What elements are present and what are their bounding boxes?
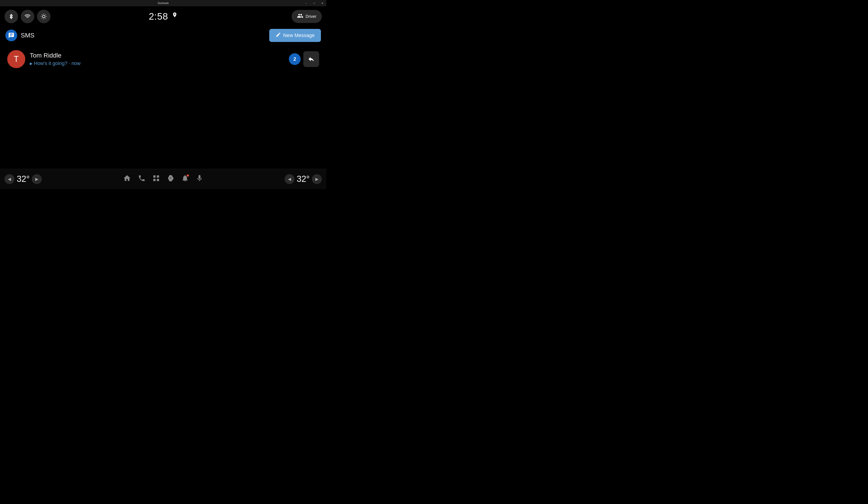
bottom-right-temp: ◀ 32° ▶ — [285, 174, 322, 184]
temp-right-prev-button[interactable]: ◀ — [285, 174, 294, 184]
top-bar-left — [4, 10, 51, 23]
title-bar: Seahawk − □ ✕ — [0, 0, 326, 6]
bottom-bar: ◀ 32° ▶ — [0, 169, 326, 189]
message-time: now — [72, 61, 81, 66]
preview-text: How's it going? — [34, 61, 68, 66]
phone-nav-button[interactable] — [138, 175, 146, 184]
avatar: T — [7, 50, 25, 68]
top-bar-right: Driver — [292, 10, 322, 23]
people-icon — [297, 13, 303, 20]
message-actions: 2 — [289, 51, 319, 67]
top-bar: 2:58 Driver — [0, 6, 326, 27]
reply-button[interactable] — [303, 51, 319, 67]
message-item[interactable]: T Tom Riddle ▶ How's it going? · now 2 — [4, 46, 322, 72]
temp-right-next-button[interactable]: ▶ — [312, 174, 322, 184]
contact-name: Tom Riddle — [30, 52, 285, 59]
temp-left-next-button[interactable]: ▶ — [32, 174, 42, 184]
location-icon — [172, 12, 178, 21]
preview-dot: · — [69, 61, 70, 66]
play-icon: ▶ — [30, 61, 32, 66]
maximize-button[interactable]: □ — [310, 0, 318, 6]
bell-nav-button[interactable] — [181, 175, 189, 184]
message-preview: ▶ How's it going? · now — [30, 61, 285, 66]
svg-line-9 — [42, 18, 42, 19]
brightness-button[interactable] — [37, 10, 51, 23]
temp-left-prev-button[interactable]: ◀ — [4, 174, 14, 184]
top-bar-center: 2:58 — [149, 11, 178, 22]
wifi-button[interactable] — [21, 10, 34, 23]
grid-nav-button[interactable] — [152, 175, 160, 184]
app-header: SMS New Message — [0, 27, 326, 44]
mic-nav-button[interactable] — [196, 175, 203, 184]
new-message-button[interactable]: New Message — [269, 29, 321, 42]
close-button[interactable]: ✕ — [318, 0, 326, 6]
fan-nav-button[interactable] — [167, 175, 174, 184]
bluetooth-button[interactable] — [4, 10, 18, 23]
app-header-left: SMS — [6, 30, 34, 41]
title-bar-text: Seahawk — [157, 2, 168, 5]
minimize-button[interactable]: − — [302, 0, 310, 6]
driver-label: Driver — [306, 14, 317, 19]
title-bar-controls: − □ ✕ — [302, 0, 326, 6]
app-title: SMS — [21, 32, 34, 39]
svg-line-5 — [42, 14, 42, 15]
new-message-label: New Message — [283, 32, 314, 38]
svg-line-6 — [45, 18, 46, 19]
pencil-icon — [276, 32, 281, 39]
message-info: Tom Riddle ▶ How's it going? · now — [30, 52, 285, 66]
temp-left-display: 32° — [17, 174, 30, 184]
bottom-left-temp: ◀ 32° ▶ — [4, 174, 42, 184]
unread-badge: 2 — [289, 53, 301, 65]
time-display: 2:58 — [149, 11, 168, 22]
home-nav-button[interactable] — [123, 174, 131, 184]
sms-app-icon — [6, 30, 17, 41]
driver-button[interactable]: Driver — [292, 10, 322, 23]
bottom-nav — [123, 174, 203, 184]
temp-right-display: 32° — [297, 174, 310, 184]
message-list: T Tom Riddle ▶ How's it going? · now 2 — [0, 44, 326, 74]
svg-line-10 — [45, 14, 46, 15]
svg-point-2 — [42, 15, 45, 18]
